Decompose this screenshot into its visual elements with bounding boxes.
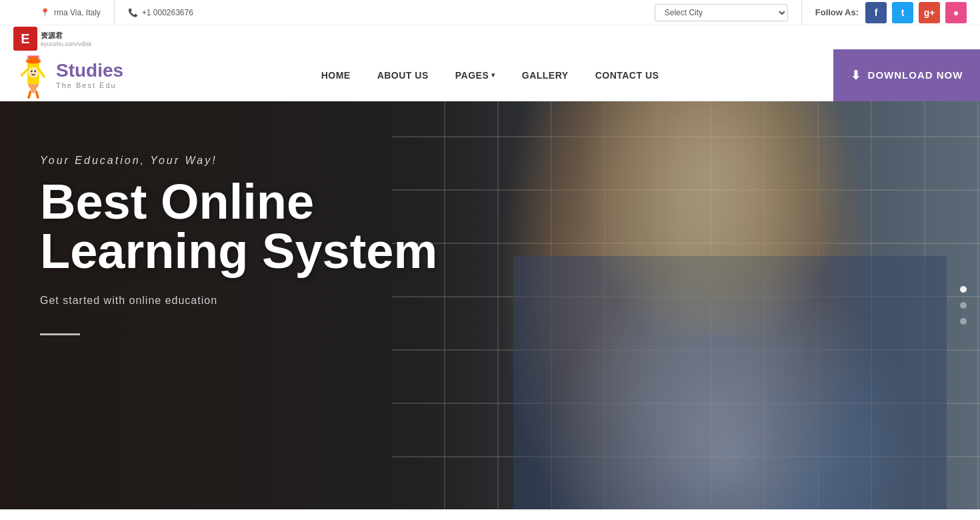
hero-title-line2: Learning System — [40, 223, 437, 279]
mascot — [13, 52, 53, 99]
hero-divider — [40, 333, 80, 335]
logo-text: Studies The Best Edu — [56, 61, 123, 89]
hero-tagline: Your Education, Your Way! — [40, 155, 460, 167]
download-button[interactable]: ⬇ DOWNLOAD NOW — [833, 49, 980, 101]
hero-section: Your Education, Your Way! Best Online Le… — [0, 101, 980, 509]
slider-dot-2[interactable] — [960, 302, 967, 309]
hero-title-line1: Best Online — [40, 174, 314, 229]
hero-title: Best Online Learning System — [40, 177, 460, 276]
twitter-button[interactable]: t — [892, 2, 913, 23]
nav-home[interactable]: HOME — [321, 65, 351, 86]
logo-subtitle: The Best Edu — [56, 81, 123, 89]
city-select[interactable]: Select City New York London Paris Tokyo — [655, 4, 788, 21]
logo-brand: Studies — [56, 61, 123, 80]
e-badge-sub2: eyunzhu.com/vdisk — [41, 41, 92, 47]
e-badge-sub1: 资源君 — [41, 31, 92, 41]
hero-subtitle: Get started with online education — [40, 295, 460, 307]
divider — [801, 0, 802, 25]
svg-point-4 — [28, 67, 39, 77]
download-icon: ⬇ — [851, 68, 861, 83]
mascot-icon — [13, 52, 53, 99]
e-badge-area: E 资源君 eyunzhu.com/vdisk — [13, 25, 92, 52]
location-icon: 📍 — [40, 8, 50, 17]
svg-line-11 — [29, 91, 31, 97]
hero-hair — [547, 101, 880, 335]
phone-info: 📞 +1 000263676 — [115, 0, 207, 25]
svg-line-10 — [39, 69, 44, 77]
e-badge: E — [13, 27, 37, 51]
googleplus-button[interactable]: g+ — [919, 2, 940, 23]
location-info: 📍 rma Via, Italy — [0, 0, 115, 25]
dribbble-button[interactable]: ● — [945, 2, 967, 23]
nav-about[interactable]: ABOUT US — [377, 65, 429, 86]
svg-line-9 — [22, 69, 28, 75]
download-label: DOWNLOAD NOW — [868, 69, 963, 81]
phone-icon: 📞 — [128, 8, 138, 17]
svg-rect-8 — [29, 57, 38, 61]
main-header: Studies The Best Edu HOME ABOUT US PAGES… — [0, 49, 980, 101]
hero-content: Your Education, Your Way! Best Online Le… — [0, 101, 500, 389]
nav-gallery[interactable]: GALLERY — [522, 65, 569, 86]
pages-dropdown-icon: ▾ — [491, 71, 495, 79]
nav-contact[interactable]: CONTACT US — [595, 65, 659, 86]
slider-dots — [960, 286, 967, 325]
svg-point-6 — [34, 70, 36, 72]
social-icons: f t g+ ● — [865, 2, 967, 23]
facebook-button[interactable]: f — [865, 2, 887, 23]
info-bar: 📍 rma Via, Italy 📞 +1 000263676 Select C… — [0, 0, 980, 25]
follow-label: Follow As: — [815, 7, 859, 17]
svg-point-5 — [31, 70, 33, 72]
logo-area: Studies The Best Edu — [13, 52, 147, 99]
location-text: rma Via, Italy — [54, 8, 101, 17]
nav-pages[interactable]: PAGES ▾ — [455, 65, 495, 86]
phone-text: +1 000263676 — [142, 8, 193, 17]
slider-dot-3[interactable] — [960, 318, 967, 325]
e-badge-text: 资源君 eyunzhu.com/vdisk — [41, 31, 92, 47]
main-nav: HOME ABOUT US PAGES ▾ GALLERY CONTACT US — [147, 65, 833, 86]
svg-line-12 — [36, 91, 38, 97]
slider-dot-1[interactable] — [960, 286, 967, 293]
